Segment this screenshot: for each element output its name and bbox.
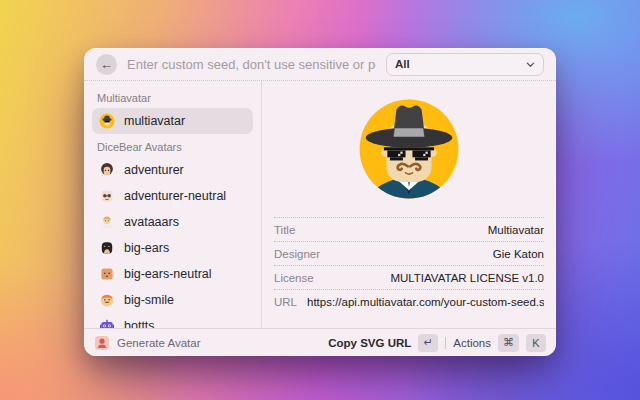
filter-dropdown-value: All <box>395 58 410 70</box>
arrow-left-icon: ← <box>100 58 113 71</box>
meta-row-title: Title Multiavatar <box>274 217 544 241</box>
bottts-icon <box>99 318 115 328</box>
back-button[interactable]: ← <box>96 54 117 75</box>
avataaars-icon <box>99 214 115 230</box>
sidebar-item-label: adventurer-neutral <box>124 189 226 203</box>
sidebar-item-adventurer-neutral[interactable]: adventurer-neutral <box>92 183 253 209</box>
sidebar-item-avataaars[interactable]: avataaars <box>92 209 253 235</box>
meta-value: Gie Katon <box>493 248 544 260</box>
cmd-key-badge: ⌘ <box>498 334 519 352</box>
raycast-window: ← All Multiavatar <box>84 48 556 356</box>
sidebar-item-label: big-smile <box>124 293 174 307</box>
chevron-down-icon <box>526 60 535 69</box>
big-ears-neutral-icon <box>99 266 115 282</box>
meta-label: Designer <box>274 248 320 260</box>
big-ears-icon <box>99 240 115 256</box>
sidebar-item-big-ears-neutral[interactable]: big-ears-neutral <box>92 261 253 287</box>
meta-value: MULTIAVATAR LICENSE v1.0 <box>390 272 544 284</box>
meta-value: https://api.multiavatar.com/your-custom-… <box>307 296 544 308</box>
actions-button[interactable]: Actions <box>453 337 491 349</box>
sidebar-item-label: big-ears-neutral <box>124 267 212 281</box>
meta-label: URL <box>274 296 297 308</box>
sidebar-item-big-smile[interactable]: big-smile <box>92 287 253 313</box>
search-bar: ← All <box>84 48 556 81</box>
filter-dropdown[interactable]: All <box>386 53 544 76</box>
adventurer-icon <box>99 162 115 178</box>
meta-row-url: URL https://api.multiavatar.com/your-cus… <box>274 289 544 313</box>
sidebar-item-label: adventurer <box>124 163 184 177</box>
generate-avatar-icon <box>94 335 110 351</box>
sidebar-item-multiavatar[interactable]: multiavatar <box>92 108 253 134</box>
sidebar-item-label: big-ears <box>124 241 169 255</box>
sidebar-item-adventurer[interactable]: adventurer <box>92 157 253 183</box>
avatar-style-list: Multiavatar multiavatar DiceBear Avatars <box>84 81 262 328</box>
meta-label: Title <box>274 224 295 236</box>
desktop-background: ← All Multiavatar <box>0 0 640 400</box>
detail-pane: Title Multiavatar Designer Gie Katon Lic… <box>262 81 556 328</box>
meta-value: Multiavatar <box>488 224 544 236</box>
search-input[interactable] <box>127 57 376 72</box>
metadata-table: Title Multiavatar Designer Gie Katon Lic… <box>262 217 556 313</box>
footer-divider <box>445 337 446 349</box>
big-smile-icon <box>99 292 115 308</box>
k-key-badge: K <box>526 334 546 352</box>
avatar-preview <box>262 81 556 217</box>
multiavatar-preview <box>357 97 461 201</box>
meta-row-designer: Designer Gie Katon <box>274 241 544 265</box>
sidebar-item-label: avataaars <box>124 215 179 229</box>
action-bar: Generate Avatar Copy SVG URL ↵ Actions ⌘… <box>84 328 556 356</box>
enter-key-badge: ↵ <box>418 334 438 352</box>
sidebar-item-bottts[interactable]: bottts <box>92 313 253 328</box>
section-header-multiavatar: Multiavatar <box>97 92 248 104</box>
main-content: Multiavatar multiavatar DiceBear Avatars <box>84 81 556 328</box>
sidebar-item-label: multiavatar <box>124 114 185 128</box>
copy-svg-url-button[interactable]: Copy SVG URL <box>328 337 411 349</box>
adventurer-neutral-icon <box>99 188 115 204</box>
meta-label: License <box>274 272 314 284</box>
section-header-dicebear: DiceBear Avatars <box>97 141 248 153</box>
command-title: Generate Avatar <box>117 337 201 349</box>
multiavatar-icon <box>99 113 115 129</box>
sidebar-item-big-ears[interactable]: big-ears <box>92 235 253 261</box>
sidebar-item-label: bottts <box>124 319 155 328</box>
meta-row-license: License MULTIAVATAR LICENSE v1.0 <box>274 265 544 289</box>
